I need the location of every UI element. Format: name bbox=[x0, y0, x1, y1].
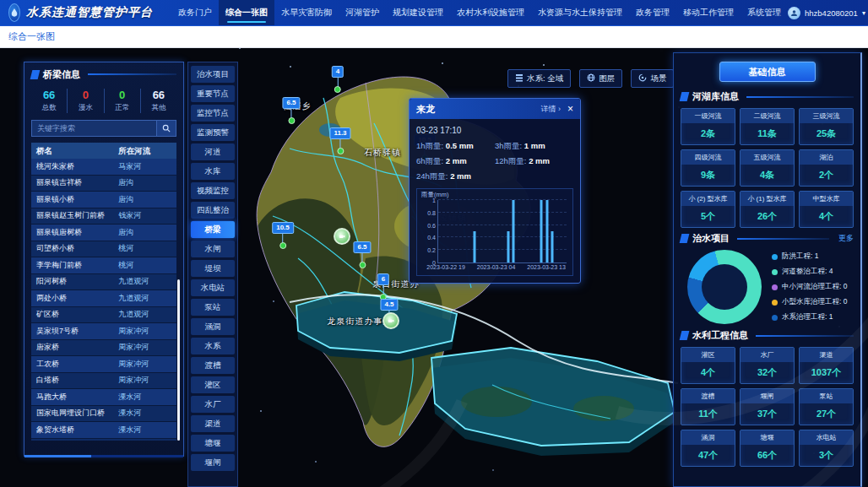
station-marker[interactable]: 11.3 bbox=[329, 127, 350, 154]
card-label: 四级河流 bbox=[681, 150, 735, 165]
more-link[interactable]: 更多 bbox=[838, 233, 854, 244]
table-row[interactable]: 工农桥周家冲河 bbox=[31, 356, 176, 373]
layer-menu-item-17[interactable]: 灌区 bbox=[191, 376, 235, 393]
user-menu[interactable]: hhzb42080201 ▾ bbox=[788, 7, 865, 19]
marker-value-badge: 6 bbox=[377, 273, 389, 285]
table-row[interactable]: 两处小桥九道观河 bbox=[31, 290, 176, 307]
bridge-name-cell: 丽泉镇小桥 bbox=[31, 194, 118, 205]
rain-metric: 24h雨量: 2 mm bbox=[416, 171, 495, 182]
panel-scroll-indicator bbox=[24, 455, 183, 457]
layer-menu-item-9[interactable]: 桥梁 bbox=[191, 221, 235, 238]
table-row[interactable]: 国家电网埋设门口桥溧水河 bbox=[31, 406, 176, 423]
table-row[interactable]: 丽泉镇小桥唐沟 bbox=[31, 192, 176, 208]
station-marker[interactable]: 10.5 bbox=[272, 222, 294, 249]
breadcrumb-bar: 综合一张图 bbox=[0, 25, 868, 48]
table-row[interactable]: 唐家桥周家冲河 bbox=[31, 340, 176, 357]
bridge-name-cell: 丽泉镇吉祥桥 bbox=[31, 177, 118, 188]
nav-item-5[interactable]: 规划建设管理 bbox=[386, 0, 450, 25]
river-cell: 唐沟 bbox=[118, 177, 176, 188]
station-marker[interactable]: 4 bbox=[332, 66, 344, 93]
map-control-label: 图层 bbox=[599, 73, 615, 84]
chart-y-tick: 1 bbox=[422, 198, 436, 203]
layer-menu-item-11[interactable]: 堤坝 bbox=[191, 260, 235, 277]
nav-item-10[interactable]: 系统管理 bbox=[741, 0, 788, 25]
layer-menu-item-15[interactable]: 水系 bbox=[191, 338, 235, 354]
layer-menu-item-18[interactable]: 水厂 bbox=[191, 396, 235, 413]
river-cell: 桃河 bbox=[118, 243, 176, 254]
layer-menu-item-14[interactable]: 涵洞 bbox=[191, 318, 235, 335]
layer-menu-item-3[interactable]: 监控节点 bbox=[191, 105, 235, 122]
metric-label: 24h雨量: bbox=[416, 171, 450, 181]
layer-menu-item-5[interactable]: 河道 bbox=[191, 143, 235, 160]
nav-item-7[interactable]: 水资源与水土保持管理 bbox=[531, 0, 629, 25]
table-row[interactable]: 李学梅门前桥桃河 bbox=[31, 257, 176, 274]
layer-menu-item-8[interactable]: 四乱整治 bbox=[191, 202, 235, 219]
legend-label: 防洪工程: 1 bbox=[782, 252, 818, 262]
table-row[interactable]: 矿区桥九道观河 bbox=[31, 307, 176, 324]
layer-menu-item-21[interactable]: 堰闸 bbox=[191, 454, 235, 471]
section-line bbox=[737, 238, 829, 240]
nav-item-6[interactable]: 农村水利设施管理 bbox=[450, 0, 531, 25]
marker-pin-dot bbox=[359, 262, 366, 268]
table-row[interactable]: 丽泉镇吉祥桥唐沟 bbox=[31, 176, 176, 192]
layer-menu-item-19[interactable]: 渠道 bbox=[191, 415, 235, 432]
layer-menu-item-6[interactable]: 水库 bbox=[191, 163, 235, 180]
layer-menu-item-1[interactable]: 治水项目 bbox=[191, 66, 235, 83]
marker-value-badge: 6.5 bbox=[282, 97, 300, 109]
station-marker[interactable]: 6.5 bbox=[353, 241, 371, 268]
search-input[interactable] bbox=[31, 120, 157, 137]
layer-menu-item-7[interactable]: 视频监控 bbox=[191, 182, 235, 199]
legend-color-dot bbox=[772, 315, 778, 321]
basic-info-button[interactable]: 基础信息 bbox=[719, 62, 816, 82]
table-row[interactable]: 象贸水塔桥溧水河 bbox=[31, 422, 176, 439]
breadcrumb[interactable]: 综合一张图 bbox=[8, 30, 55, 43]
river-card: 中型水库4个 bbox=[799, 191, 854, 228]
table-row[interactable]: 司望桥小桥桃河 bbox=[31, 241, 176, 258]
popup-detail-link[interactable]: 详情 › bbox=[540, 104, 561, 115]
nav-item-1[interactable]: 政务门户 bbox=[171, 0, 219, 25]
stat-label: 漫水 bbox=[68, 103, 103, 113]
map-control-2[interactable]: 图层 bbox=[579, 69, 622, 88]
table-row[interactable]: 丽泉镇赵玉树门前桥钱家河 bbox=[31, 208, 176, 225]
layer-menu-item-4[interactable]: 监测预警 bbox=[191, 124, 235, 141]
close-icon[interactable]: × bbox=[567, 104, 573, 114]
nav-item-8[interactable]: 政务管理 bbox=[629, 0, 676, 25]
card-label: 涵洞 bbox=[681, 430, 735, 445]
layer-menu-item-10[interactable]: 水闸 bbox=[191, 241, 235, 257]
map-control-1[interactable]: 水系: 全域 bbox=[507, 69, 571, 88]
table-row[interactable]: 马跑大桥溧水河 bbox=[31, 389, 176, 406]
stat-value: 0 bbox=[68, 89, 103, 101]
table-row[interactable]: 阳河树桥九道观河 bbox=[31, 274, 176, 291]
layer-menu-item-16[interactable]: 渡槽 bbox=[191, 357, 235, 374]
nav-item-3[interactable]: 水旱灾害防御 bbox=[274, 0, 339, 25]
card-label: 渡槽 bbox=[681, 389, 735, 403]
chart-x-tick: 2023-03-22 19 bbox=[426, 264, 465, 270]
work-card: 渡槽11个 bbox=[681, 388, 735, 425]
layer-menu-item-12[interactable]: 水电站 bbox=[191, 279, 235, 296]
layer-menu-item-2[interactable]: 重要节点 bbox=[191, 85, 235, 102]
card-value: 11条 bbox=[741, 127, 794, 140]
table-row[interactable]: 桃河朱家桥马家河 bbox=[31, 159, 176, 176]
map-control-3[interactable]: 场景 bbox=[631, 69, 674, 88]
table-row[interactable]: 丽泉镇唐树桥唐沟 bbox=[31, 225, 176, 241]
table-scrollbar[interactable] bbox=[177, 279, 180, 441]
projects-section-title: 治水项目 bbox=[692, 232, 730, 245]
stat-label: 总数 bbox=[31, 103, 67, 113]
camera-marker[interactable] bbox=[334, 228, 350, 245]
section-line bbox=[88, 73, 176, 75]
layer-menu-item-13[interactable]: 泵站 bbox=[191, 299, 235, 316]
search-button[interactable] bbox=[157, 120, 176, 137]
camera-marker[interactable] bbox=[382, 312, 399, 329]
layer-menu-item-20[interactable]: 塘堰 bbox=[191, 435, 235, 452]
nav-item-4[interactable]: 河湖管护 bbox=[339, 0, 386, 25]
table-row[interactable]: 白塔桥周家冲河 bbox=[31, 373, 176, 390]
station-marker[interactable]: 6 bbox=[377, 273, 389, 300]
station-marker[interactable]: 6.5 bbox=[282, 97, 300, 124]
nav-item-9[interactable]: 移动工作管理 bbox=[676, 0, 741, 25]
nav-item-2[interactable]: 综合一张图 bbox=[219, 0, 274, 25]
table-row[interactable]: 椿亭5号泄洪桥溧水河 bbox=[31, 439, 176, 441]
card-value: 25条 bbox=[800, 127, 853, 140]
metric-value: 1 mm bbox=[524, 141, 545, 150]
table-row[interactable]: 吴家坝7号桥周家冲河 bbox=[31, 323, 176, 340]
stat-label: 正常 bbox=[105, 103, 140, 113]
